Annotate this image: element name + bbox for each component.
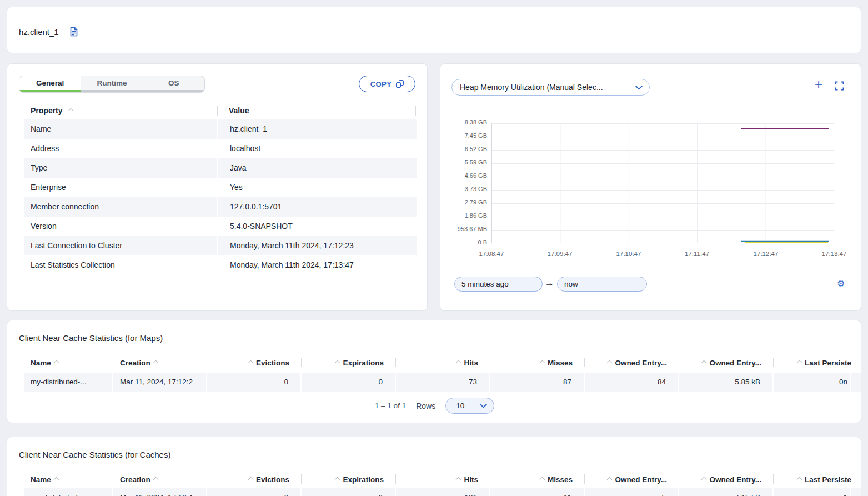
sort-caret-icon bbox=[335, 360, 340, 365]
pagination: 1 – 1 of 1 Rows 10 bbox=[7, 398, 861, 414]
column-header-expirations[interactable]: Expirations bbox=[302, 355, 396, 370]
copy-button[interactable]: COPY bbox=[359, 76, 415, 92]
heap-chart-plot[interactable] bbox=[491, 123, 834, 243]
header-divider bbox=[217, 106, 218, 116]
pagination-range: 1 – 1 of 1 bbox=[375, 402, 406, 410]
maps-section-title: Client Near Cache Statistics (for Maps) bbox=[19, 333, 163, 343]
time-from-input[interactable] bbox=[454, 277, 543, 292]
maps-table-row[interactable]: my-distributed-... Mar 11, 2024, 17:12:2… bbox=[24, 373, 861, 392]
column-header-expirations[interactable]: Expirations bbox=[302, 472, 396, 487]
caches-section-title: Client Near Cache Statistics (for Caches… bbox=[19, 450, 170, 459]
sort-caret-icon bbox=[335, 477, 340, 482]
rows-per-page-label: Rows bbox=[416, 402, 435, 410]
x-axis-tick: 17:10:47 bbox=[604, 250, 654, 257]
cell-hits: 73 bbox=[396, 373, 490, 392]
cell-owned-entry-count: 84 bbox=[585, 373, 679, 392]
column-header-misses[interactable]: Misses bbox=[490, 355, 585, 370]
maps-table-header: Name Creation Evictions Expirations Hits… bbox=[24, 355, 861, 370]
metric-selector-dropdown[interactable]: Heap Memory Utilization (Manual Selec... bbox=[451, 79, 650, 96]
table-row: Namehz.client_1 bbox=[24, 119, 417, 139]
property-name: Version bbox=[24, 217, 217, 236]
cell-creation: Mar 11, 2024, 17:12:2 bbox=[113, 373, 207, 392]
y-axis-tick: 8.38 GB bbox=[440, 119, 487, 126]
copy-button-label: COPY bbox=[370, 80, 392, 88]
cell-owned-entry-memory: 5.85 kB bbox=[679, 373, 774, 392]
rows-per-page-select[interactable]: 10 bbox=[445, 398, 494, 414]
table-row: Version5.4.0-SNAPSHOT bbox=[24, 217, 417, 236]
sort-caret-icon bbox=[53, 360, 59, 365]
column-header-last-persistence[interactable]: Last Persiste bbox=[774, 472, 851, 487]
table-row: TypeJava bbox=[24, 158, 417, 178]
property-value: Yes bbox=[217, 178, 417, 197]
sort-caret-icon bbox=[701, 477, 707, 482]
cell-creation: Mar 11, 2024, 17:12:4 bbox=[113, 488, 207, 496]
property-column-header[interactable]: Property bbox=[31, 106, 63, 115]
y-axis-tick: 5.59 GB bbox=[440, 159, 487, 166]
cell-name: my-distributed-... bbox=[24, 488, 113, 496]
cell-evictions: 0 bbox=[207, 488, 302, 496]
x-axis-tick: 17:13:47 bbox=[809, 250, 859, 257]
cell-stub bbox=[851, 373, 861, 392]
column-header-creation[interactable]: Creation bbox=[113, 355, 207, 370]
heap-chart-card: Heap Memory Utilization (Manual Selec...… bbox=[440, 63, 861, 311]
property-name: Name bbox=[24, 119, 217, 139]
property-table: Namehz.client_1 Addresslocalhost TypeJav… bbox=[24, 119, 417, 275]
column-header-stub bbox=[851, 355, 861, 370]
cell-hits: 131 bbox=[396, 488, 490, 496]
tab-os[interactable]: OS bbox=[143, 76, 204, 92]
column-header-last-persistence[interactable]: Last Persiste bbox=[774, 355, 851, 370]
fullscreen-icon[interactable] bbox=[835, 81, 844, 91]
property-name: Type bbox=[24, 158, 217, 178]
cell-name: my-distributed-... bbox=[24, 373, 113, 392]
table-row: Last Statistics CollectionMonday, March … bbox=[24, 255, 417, 275]
sort-caret-icon bbox=[607, 360, 613, 365]
y-axis-tick: 4.66 GB bbox=[440, 172, 487, 179]
table-row: Member connection127.0.0.1:5701 bbox=[24, 197, 417, 217]
property-name: Address bbox=[24, 139, 217, 158]
near-cache-maps-card: Client Near Cache Statistics (for Maps) … bbox=[7, 320, 861, 423]
column-header-creation[interactable]: Creation bbox=[113, 472, 207, 487]
metric-selector-value: Heap Memory Utilization (Manual Selec... bbox=[460, 83, 636, 92]
sort-caret-icon bbox=[248, 360, 254, 365]
y-axis-tick: 953.67 MB bbox=[440, 226, 487, 232]
client-detail-card: General Runtime OS COPY Property Value N… bbox=[7, 63, 428, 311]
x-axis-tick: 17:12:47 bbox=[741, 250, 791, 257]
add-chart-icon[interactable]: + bbox=[815, 78, 822, 91]
sort-caret-icon bbox=[153, 477, 158, 482]
time-to-input[interactable] bbox=[557, 277, 647, 292]
column-header-misses[interactable]: Misses bbox=[490, 472, 585, 487]
gear-icon[interactable]: ⚙ bbox=[837, 278, 845, 289]
sort-caret-icon bbox=[797, 360, 802, 365]
tab-general[interactable]: General bbox=[19, 76, 81, 92]
column-header-evictions[interactable]: Evictions bbox=[207, 355, 302, 370]
cell-last-persistence: 1 bbox=[774, 488, 851, 496]
cell-expirations: 0 bbox=[302, 488, 396, 496]
property-value: Monday, March 11th 2024, 17:13:47 bbox=[217, 255, 417, 275]
cell-last-persistence: 0n bbox=[774, 373, 851, 392]
column-header-name[interactable]: Name bbox=[24, 472, 113, 487]
caches-table-row[interactable]: my-distributed-... Mar 11, 2024, 17:12:4… bbox=[24, 488, 861, 496]
column-header-owned-entry-count[interactable]: Owned Entry... bbox=[585, 472, 679, 487]
tab-runtime[interactable]: Runtime bbox=[81, 76, 143, 92]
client-header-card: hz.client_1 bbox=[7, 7, 861, 53]
column-header-owned-entry-memory[interactable]: Owned Entry... bbox=[679, 355, 774, 370]
column-header-hits[interactable]: Hits bbox=[396, 472, 490, 487]
column-header-owned-entry-memory[interactable]: Owned Entry... bbox=[679, 472, 774, 487]
sort-caret-icon bbox=[456, 360, 461, 365]
sort-caret-icon bbox=[607, 477, 613, 482]
column-header-owned-entry-count[interactable]: Owned Entry... bbox=[585, 355, 679, 370]
chevron-down-icon bbox=[635, 83, 643, 90]
column-header-evictions[interactable]: Evictions bbox=[207, 472, 302, 487]
table-row: Addresslocalhost bbox=[24, 139, 417, 158]
y-axis-tick: 0 B bbox=[440, 239, 487, 246]
property-value: 127.0.0.1:5701 bbox=[217, 197, 417, 217]
document-icon[interactable] bbox=[68, 26, 79, 37]
cell-expirations: 0 bbox=[302, 373, 396, 392]
column-header-name[interactable]: Name bbox=[24, 355, 113, 370]
property-name: Last Connection to Cluster bbox=[24, 236, 217, 255]
sort-caret-icon bbox=[53, 477, 59, 482]
sort-caret-icon bbox=[248, 477, 254, 482]
column-header-hits[interactable]: Hits bbox=[396, 355, 490, 370]
chevron-down-icon bbox=[480, 401, 487, 408]
x-axis-tick: 17:11:47 bbox=[672, 250, 722, 257]
